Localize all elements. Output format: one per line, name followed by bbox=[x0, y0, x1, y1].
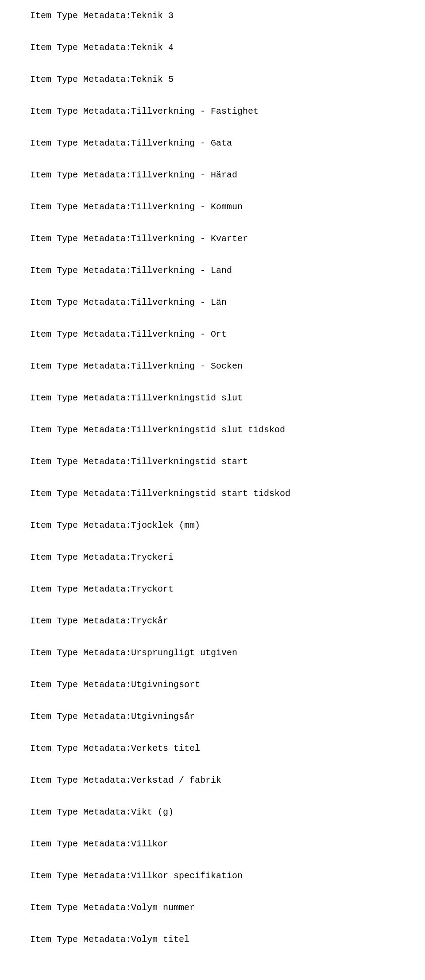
metadata-line: Item Type Metadata:Volym titel bbox=[30, 934, 395, 945]
metadata-line: Item Type Metadata:Teknik 4 bbox=[30, 42, 395, 53]
metadata-line: Item Type Metadata:Teknik 3 bbox=[30, 11, 395, 21]
metadata-line: Item Type Metadata:Tillverkning - Kommun bbox=[30, 202, 395, 212]
metadata-line: Item Type Metadata:Tillverkning - Län bbox=[30, 297, 395, 308]
metadata-line: Item Type Metadata:Verkstad / fabrik bbox=[30, 775, 395, 786]
metadata-line: Item Type Metadata:Tillverkning - Ort bbox=[30, 329, 395, 340]
metadata-line: Item Type Metadata:Tillverkningstid slut… bbox=[30, 425, 395, 435]
metadata-line: Item Type Metadata:Tryckort bbox=[30, 584, 395, 595]
metadata-line: Item Type Metadata:Tillverkning - Land bbox=[30, 265, 395, 276]
metadata-line: Item Type Metadata:Tillverkningstid slut bbox=[30, 393, 395, 404]
metadata-line: Item Type Metadata:Tillverkning - Socken bbox=[30, 361, 395, 372]
metadata-line: Item Type Metadata:Utgivningsår bbox=[30, 711, 395, 722]
metadata-line: Item Type Metadata:Tillverkning - Kvarte… bbox=[30, 234, 395, 244]
metadata-line: Item Type Metadata:Tillverkning - Fastig… bbox=[30, 106, 395, 117]
metadata-line: Item Type Metadata:Vikt (g) bbox=[30, 807, 395, 818]
metadata-line: Item Type Metadata:Villkor specifikation bbox=[30, 871, 395, 881]
metadata-line: Item Type Metadata:Teknik 5 bbox=[30, 74, 395, 85]
metadata-line: Item Type Metadata:Tillverkning - Gata bbox=[30, 138, 395, 149]
metadata-line: Item Type Metadata:Verkets titel bbox=[30, 743, 395, 754]
metadata-line: Item Type Metadata:Ursprungligt utgiven bbox=[30, 648, 395, 658]
metadata-line: Item Type Metadata:Utgivningsort bbox=[30, 680, 395, 690]
metadata-line: Item Type Metadata:Tryckår bbox=[30, 616, 395, 626]
metadata-line: Item Type Metadata:Tryckeri bbox=[30, 552, 395, 563]
metadata-line: Item Type Metadata:Tillverkningstid star… bbox=[30, 488, 395, 499]
metadata-line: Item Type Metadata:Villkor bbox=[30, 839, 395, 849]
metadata-line: Item Type Metadata:Volym nummer bbox=[30, 903, 395, 913]
metadata-line: Item Type Metadata:Tillverkning - Härad bbox=[30, 170, 395, 181]
metadata-line: Item Type Metadata:Tjocklek (mm) bbox=[30, 520, 395, 531]
metadata-line: Item Type Metadata:Tillverkningstid star… bbox=[30, 457, 395, 467]
